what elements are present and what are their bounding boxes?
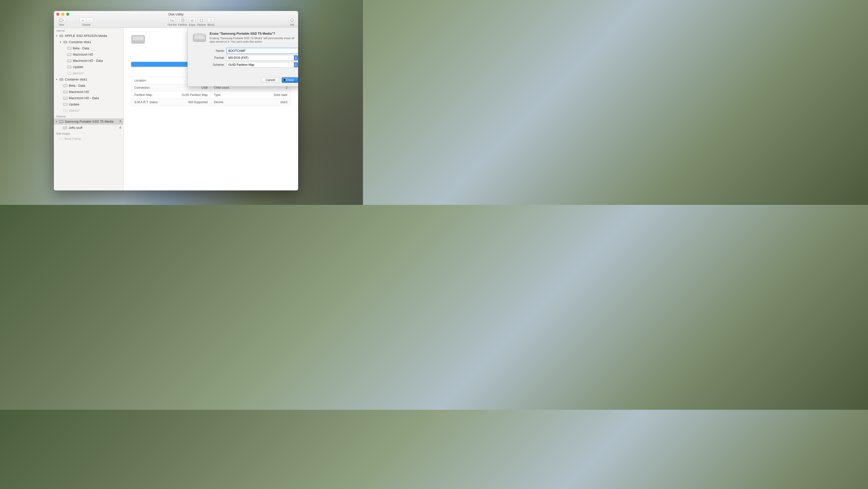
sidebar-item[interactable]: Update [54,64,123,70]
volume-add-button[interactable]: + [79,18,86,23]
svg-rect-26 [60,79,63,81]
sidebar-item-label: Beta - Data [69,84,122,88]
partition-button[interactable] [179,18,186,23]
volume-icon [63,90,67,94]
disk-icon [193,32,206,44]
sidebar-item-volume[interactable]: Jeffs stuff [54,125,123,131]
volume-icon [67,47,71,50]
detail-value: 2 [286,86,287,89]
sidebar-item-label: Samsung Portable SSD T5 Media [65,120,118,123]
sidebar-icon [59,19,62,22]
sidebar-section-diskimages: Disk Images [54,131,123,135]
scheme-label: Scheme: [205,63,225,66]
svg-rect-40 [64,110,67,111]
first-aid-label: First Aid [167,24,177,26]
chip-icon [59,34,64,38]
scheme-value: GUID Partition Map [228,63,254,66]
mount-label: Mount [208,24,214,26]
sidebar-item[interactable]: ▼Container disk1 [54,39,123,45]
toolbar: ▾ View + − Volume First Aid [54,18,298,28]
svg-rect-44 [59,137,63,140]
sidebar-item[interactable]: Beta - Data [54,83,123,89]
sidebar-item[interactable]: Macintosh HD - Data [54,58,123,64]
scheme-select[interactable]: GUID Partition Map ▲▼ [226,62,298,67]
disclosure-triangle-icon[interactable]: ▼ [59,41,62,43]
detail-key: Location: [134,79,147,82]
sidebar-item-external-disk[interactable]: ▼ Samsung Portable SSD T5 Media [54,118,123,125]
sidebar-item[interactable]: Macintosh HD [54,51,123,58]
volume-icon [67,71,71,75]
modal-title: Erase "Samsung Portable SSD T5 Media"? [210,32,298,35]
svg-rect-17 [68,48,71,49]
mount-button[interactable] [208,18,214,23]
svg-rect-21 [68,60,71,61]
disclosure-triangle-icon[interactable]: ▼ [55,35,58,37]
mount-icon [209,19,213,22]
svg-rect-38 [64,104,67,105]
sidebar-item-label: Jeffs stuff [68,126,118,130]
detail-key: Type: [214,93,221,97]
sidebar-item-diskimage[interactable]: Boot Camp [54,135,123,142]
eraser-icon [190,19,194,22]
restore-button[interactable] [198,18,205,23]
first-aid-button[interactable] [168,18,176,23]
cancel-button[interactable]: Cancel [261,77,279,83]
erase-sheet: Erase "Samsung Portable SSD T5 Media"? E… [187,28,298,87]
info-button[interactable] [289,18,296,23]
volume-remove-button[interactable]: − [86,18,93,23]
sidebar-item[interactable]: Update [54,101,123,108]
detail-row: Device:disk3 [211,99,290,106]
stethoscope-icon [170,19,174,22]
detail-row: Partition Map:GUID Partition Map [131,91,211,99]
disk-utility-window: Disk Utility ▾ View + − Volume [54,11,298,190]
eject-icon[interactable] [119,126,122,130]
sidebar-item[interactable]: disk1s7 [54,70,123,76]
info-label: Info [290,24,294,26]
svg-rect-42 [60,121,63,122]
detail-value: GUID Partition Map [182,93,208,97]
window-title: Disk Utility [54,12,298,16]
sidebar-item-label: Macintosh HD [73,53,122,56]
detail-key: Partition Map: [134,93,153,97]
sidebar-item-label: Update [73,65,122,69]
sidebar-item-label: disk1s7 [73,71,122,75]
svg-point-4 [292,19,292,20]
svg-rect-43 [63,127,67,129]
disclosure-triangle-icon[interactable]: ▼ [55,120,58,123]
external-volume-icon [63,126,67,130]
svg-rect-49 [194,36,205,39]
volume-icon [67,59,71,63]
partition-label: Partition [178,24,187,26]
titlebar: Disk Utility ▾ View + − Volume [54,11,298,28]
plus-icon: + [82,19,84,22]
sidebar-item[interactable]: disk1s7 [54,108,123,114]
disclosure-triangle-icon[interactable]: ▼ [55,78,58,81]
pie-icon [181,18,185,22]
minus-icon: − [89,19,91,22]
erase-button[interactable] [189,18,196,23]
sidebar-item-label: APPLE SSD AP8192N Media [65,34,122,38]
main-content: Samsung Portable SSD T5 Media 1 TB Locat… [124,28,298,190]
sidebar-item-label: disk1s7 [69,109,122,113]
view-button[interactable]: ▾ [56,18,66,23]
sidebar-item[interactable]: Macintosh HD [54,89,123,95]
sidebar-item[interactable]: Beta - Data [54,45,123,51]
svg-rect-32 [64,85,67,86]
chip-icon [59,78,64,81]
sidebar-item[interactable]: Macintosh HD - Data [54,95,123,101]
restore-icon [199,19,204,22]
sidebar-item[interactable]: ▼Container disk1 [54,76,123,83]
svg-rect-36 [64,97,67,98]
view-label: View [59,24,64,26]
svg-rect-25 [68,72,71,73]
external-disk-icon [59,120,64,123]
sidebar-item-label: Macintosh HD - Data [73,59,122,63]
format-select[interactable]: MS-DOS (FAT) ▲▼ [226,55,298,61]
erase-confirm-button[interactable]: Erase [282,77,298,83]
svg-rect-23 [68,66,71,67]
detail-row: S.M.A.R.T. status:Not Supported [131,99,211,106]
name-input[interactable] [226,48,298,54]
sidebar-item[interactable]: ▼APPLE SSD AP8192N Media [54,33,123,39]
eject-icon[interactable] [119,120,122,123]
volume-icon [63,103,67,106]
